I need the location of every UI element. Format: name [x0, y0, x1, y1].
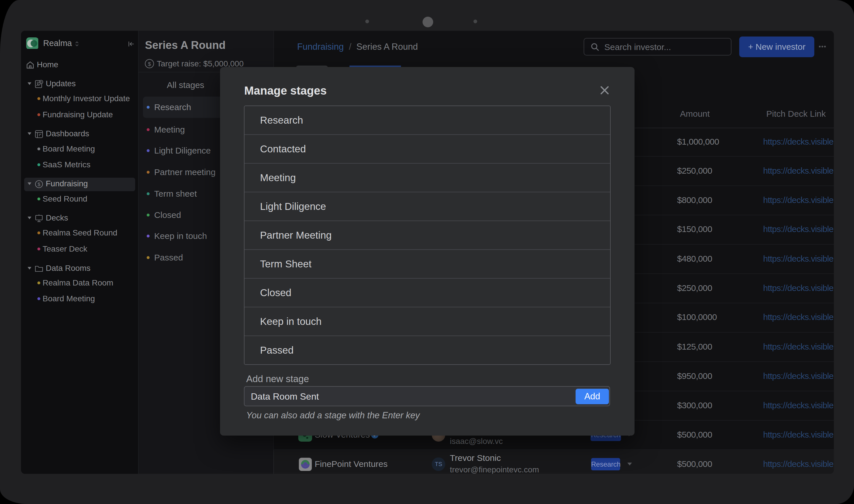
svg-text:$: $ — [148, 61, 151, 67]
svg-text:$: $ — [38, 182, 40, 187]
